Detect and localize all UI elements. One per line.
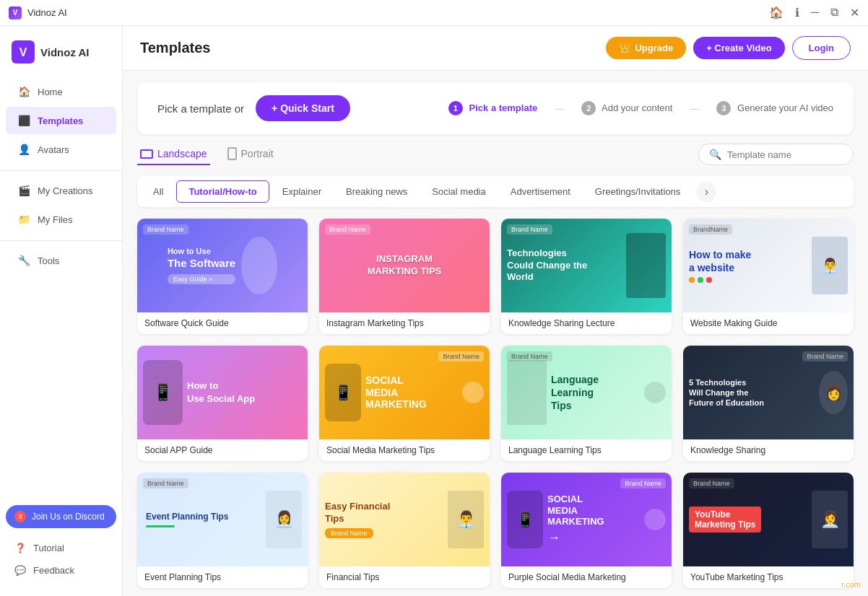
minimize-icon[interactable]: 🏠 bbox=[769, 6, 784, 19]
template-card-knowledge-sharing[interactable]: Brand Name 5 TechnologiesWill Change the… bbox=[683, 346, 854, 461]
template-card-website-guide[interactable]: BrandName How to makea website 👨‍💼 bbox=[683, 219, 854, 334]
template-area: Landscape Portrait 🔍 All bbox=[123, 143, 868, 596]
window-controls[interactable]: 🏠 ℹ ─ ⧉ ✕ bbox=[769, 6, 859, 19]
title-bar-left: V Vidnoz AI bbox=[9, 6, 67, 19]
tab-breaking-news[interactable]: Breaking news bbox=[334, 181, 419, 202]
thumb-language-learning: Brand Name LanguageLearningTips bbox=[501, 346, 672, 439]
template-card-event-planning[interactable]: Brand Name Event Planning Tips 👩‍💼 Event… bbox=[137, 473, 308, 588]
sidebar-item-my-creations[interactable]: 🎬 My Creations bbox=[6, 177, 116, 204]
minimize-button[interactable]: ─ bbox=[811, 6, 819, 19]
tab-greetings-label: Greetings/Invitations bbox=[595, 186, 681, 197]
close-button[interactable]: ✕ bbox=[850, 6, 859, 19]
portrait-label: Portrait bbox=[241, 148, 274, 159]
template-card-software-guide[interactable]: Brand Name How to Use The Software Easy … bbox=[137, 219, 308, 334]
quickstart-left: Pick a template or + Quick Start bbox=[157, 95, 350, 121]
thumb-website-guide: BrandName How to makea website 👨‍💼 bbox=[683, 219, 854, 312]
search-box: 🔍 bbox=[698, 144, 854, 165]
template-card-purple-social[interactable]: Brand Name 📱 SOCIALMEDIAMARKETING → Purp… bbox=[501, 473, 672, 588]
login-button[interactable]: Login bbox=[792, 36, 851, 60]
tools-icon: 🔧 bbox=[17, 254, 30, 267]
sidebar-item-my-files[interactable]: 📁 My Files bbox=[6, 206, 116, 233]
tab-advertisement[interactable]: Advertisement bbox=[499, 181, 582, 202]
step-3-label: Generate your AI video bbox=[737, 102, 833, 113]
my-creations-icon: 🎬 bbox=[17, 184, 30, 197]
label-knowledge-lecture: Knowledge Sharing Lecture bbox=[501, 312, 672, 334]
template-card-financial-tips[interactable]: Easy FinancialTips Brand Name 👨‍💼 Financ… bbox=[319, 473, 490, 588]
quickstart-text: Pick a template or bbox=[157, 102, 244, 115]
sidebar-item-templates-label: Templates bbox=[38, 115, 83, 126]
label-social-media-marketing: Social Media Marketing Tips bbox=[319, 439, 490, 461]
templates-grid: Brand Name How to Use The Software Easy … bbox=[137, 219, 854, 588]
step-2-label: Add your content bbox=[602, 102, 672, 113]
sidebar-bottom: 9 Join Us on Discord ❓ Tutorial 💬 Feedba… bbox=[0, 499, 122, 587]
thumb-event-planning: Brand Name Event Planning Tips 👩‍💼 bbox=[137, 473, 308, 566]
create-label: + Create Video bbox=[706, 43, 771, 53]
upgrade-label: Upgrade bbox=[635, 43, 673, 53]
tab-tutorial-label: Tutorial/How-to bbox=[188, 186, 256, 197]
template-card-social-media-marketing[interactable]: Brand Name 📱 SOCIALMEDIAMARKETING Social… bbox=[319, 346, 490, 461]
sidebar-item-templates[interactable]: ⬛ Templates bbox=[6, 107, 116, 134]
thumb-knowledge-sharing: Brand Name 5 TechnologiesWill Change the… bbox=[683, 346, 854, 439]
sidebar-logo-text: Vidnoz AI bbox=[40, 46, 90, 58]
discord-label: Join Us on Discord bbox=[32, 512, 105, 522]
main-content: Templates 👑 Upgrade + Create Video Login… bbox=[123, 26, 868, 596]
step-separator-2: — bbox=[690, 103, 699, 114]
step-3-num: 3 bbox=[716, 101, 731, 115]
template-card-youtube-marketing[interactable]: Brand Name YouTubeMarketing Tips 👩‍💼 You… bbox=[683, 473, 854, 588]
orientation-tabs: Landscape Portrait bbox=[137, 143, 277, 166]
template-card-instagram[interactable]: Brand Name INSTAGRAMMARKTING TIPS Instag… bbox=[319, 219, 490, 334]
upgrade-button[interactable]: 👑 Upgrade bbox=[606, 37, 686, 59]
sidebar-item-home-label: Home bbox=[38, 87, 63, 97]
tab-explainer[interactable]: Explainer bbox=[271, 181, 333, 202]
sidebar-item-avatars[interactable]: 👤 Avatars bbox=[6, 136, 116, 163]
tab-greetings[interactable]: Greetings/Invitations bbox=[583, 181, 693, 202]
tab-portrait[interactable]: Portrait bbox=[225, 143, 277, 166]
landscape-label: Landscape bbox=[157, 148, 207, 159]
thumb-social-app: 📱 How toUse Social App bbox=[137, 346, 308, 439]
discord-button[interactable]: 9 Join Us on Discord bbox=[6, 505, 116, 528]
label-financial-tips: Financial Tips bbox=[319, 566, 490, 588]
create-video-button[interactable]: + Create Video bbox=[693, 37, 784, 59]
tab-tutorial[interactable]: Tutorial/How-to bbox=[176, 180, 269, 203]
search-icon: 🔍 bbox=[709, 149, 721, 160]
tab-social-media[interactable]: Social media bbox=[420, 181, 497, 202]
sidebar-divider-1 bbox=[0, 170, 122, 171]
sidebar-item-files-label: My Files bbox=[38, 214, 72, 225]
label-event-planning: Event Planning Tips bbox=[137, 566, 308, 588]
my-files-icon: 📁 bbox=[17, 213, 30, 226]
tab-explainer-label: Explainer bbox=[282, 186, 321, 197]
step-1: 1 Pick a template bbox=[448, 101, 537, 115]
crown-icon: 👑 bbox=[619, 43, 630, 53]
more-categories-button[interactable]: › bbox=[696, 182, 716, 202]
maximize-button[interactable]: ⧉ bbox=[830, 6, 838, 19]
quickstart-label: + Quick Start bbox=[272, 102, 334, 114]
vidnoz-logo-icon: V bbox=[12, 40, 35, 63]
label-purple-social: Purple Social Media Marketing bbox=[501, 566, 672, 588]
avatars-icon: 👤 bbox=[17, 143, 30, 156]
landscape-icon bbox=[140, 149, 153, 159]
label-website-guide: Website Making Guide bbox=[683, 312, 854, 334]
watermark: r.com bbox=[841, 580, 861, 589]
template-card-knowledge-lecture[interactable]: Brand Name TechnologiesCould Change theW… bbox=[501, 219, 672, 334]
info-icon[interactable]: ℹ bbox=[795, 6, 799, 19]
sidebar-item-tools[interactable]: 🔧 Tools bbox=[6, 247, 116, 274]
label-instagram: Instagram Marketing Tips bbox=[319, 312, 490, 334]
tab-all[interactable]: All bbox=[142, 181, 175, 202]
sidebar-item-creations-label: My Creations bbox=[38, 185, 93, 196]
top-header: Templates 👑 Upgrade + Create Video Login bbox=[123, 26, 868, 71]
sidebar-item-tutorial[interactable]: ❓ Tutorial bbox=[6, 537, 116, 559]
tab-landscape[interactable]: Landscape bbox=[137, 144, 210, 165]
quickstart-button[interactable]: + Quick Start bbox=[256, 95, 350, 121]
search-input[interactable] bbox=[727, 149, 843, 160]
sidebar-item-feedback[interactable]: 💬 Feedback bbox=[6, 559, 116, 582]
thumb-software-guide: Brand Name How to Use The Software Easy … bbox=[137, 219, 308, 312]
template-card-language-learning[interactable]: Brand Name LanguageLearningTips Language… bbox=[501, 346, 672, 461]
tab-all-label: All bbox=[153, 186, 163, 197]
discord-badge: 9 bbox=[14, 511, 26, 522]
step-2: 2 Add your content bbox=[581, 101, 672, 115]
login-label: Login bbox=[809, 43, 834, 53]
templates-icon: ⬛ bbox=[17, 114, 30, 127]
template-card-social-app[interactable]: 📱 How toUse Social App Social APP Guide bbox=[137, 346, 308, 461]
thumb-youtube-marketing: Brand Name YouTubeMarketing Tips 👩‍💼 bbox=[683, 473, 854, 566]
sidebar-item-home[interactable]: 🏠 Home bbox=[6, 78, 116, 105]
